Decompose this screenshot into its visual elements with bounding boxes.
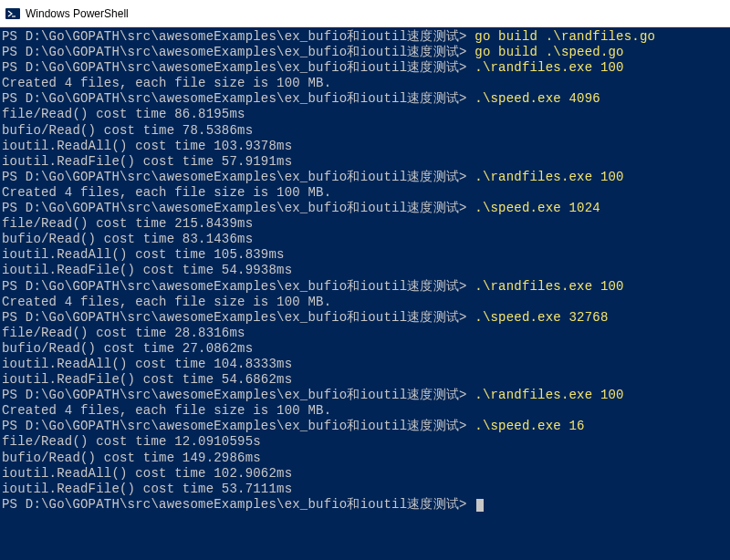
- prompt-text: PS D:\Go\GOPATH\src\awesomeExamples\ex_b…: [2, 201, 474, 215]
- terminal-command-line: PS D:\Go\GOPATH\src\awesomeExamples\ex_b…: [2, 419, 730, 434]
- output-text: file/Read() cost time 86.8195ms: [2, 107, 245, 121]
- terminal-command-line: PS D:\Go\GOPATH\src\awesomeExamples\ex_b…: [2, 60, 730, 76]
- output-text: ioutil.ReadFile() cost time 53.7111ms: [2, 482, 292, 496]
- command-text: .\speed.exe 16: [474, 419, 584, 433]
- output-text: bufio/Read() cost time 83.1436ms: [2, 232, 253, 246]
- terminal-body[interactable]: PS D:\Go\GOPATH\src\awesomeExamples\ex_b…: [0, 27, 730, 560]
- command-text: .\randfiles.exe 100: [474, 60, 623, 75]
- terminal-output-line: bufio/Read() cost time 83.1436ms: [2, 232, 730, 247]
- terminal-output-line: ioutil.ReadAll() cost time 103.9378ms: [2, 139, 730, 154]
- cursor-icon: [476, 499, 484, 512]
- prompt-text: PS D:\Go\GOPATH\src\awesomeExamples\ex_b…: [2, 60, 474, 75]
- terminal-output-line: Created 4 files, each file size is 100 M…: [2, 295, 730, 310]
- window-title: Windows PowerShell: [26, 7, 129, 20]
- output-text: Created 4 files, each file size is 100 M…: [2, 185, 331, 200]
- command-text: .\randfiles.exe 100: [474, 279, 623, 294]
- terminal-command-line: PS D:\Go\GOPATH\src\awesomeExamples\ex_b…: [2, 201, 730, 216]
- command-text: .\randfiles.exe 100: [474, 388, 623, 402]
- terminal-command-line: PS D:\Go\GOPATH\src\awesomeExamples\ex_b…: [2, 170, 730, 185]
- output-text: file/Read() cost time 215.8439ms: [2, 216, 253, 231]
- terminal-output-line: ioutil.ReadFile() cost time 54.6862ms: [2, 372, 730, 388]
- output-text: ioutil.ReadAll() cost time 103.9378ms: [2, 139, 292, 153]
- command-text: .\speed.exe 32768: [474, 310, 608, 325]
- terminal-output-line: ioutil.ReadFile() cost time 57.9191ms: [2, 154, 730, 170]
- terminal-command-line: PS D:\Go\GOPATH\src\awesomeExamples\ex_b…: [2, 29, 730, 45]
- prompt-text: PS D:\Go\GOPATH\src\awesomeExamples\ex_b…: [2, 497, 474, 512]
- terminal-command-line: PS D:\Go\GOPATH\src\awesomeExamples\ex_b…: [2, 310, 730, 326]
- output-text: ioutil.ReadFile() cost time 54.9938ms: [2, 263, 292, 277]
- terminal-output-line: Created 4 files, each file size is 100 M…: [2, 185, 730, 201]
- terminal-output-line: bufio/Read() cost time 149.2986ms: [2, 451, 730, 466]
- terminal-output-line: file/Read() cost time 215.8439ms: [2, 216, 730, 232]
- output-text: ioutil.ReadAll() cost time 105.839ms: [2, 247, 285, 262]
- terminal-output-line: ioutil.ReadFile() cost time 53.7111ms: [2, 482, 730, 497]
- prompt-text: PS D:\Go\GOPATH\src\awesomeExamples\ex_b…: [2, 170, 474, 184]
- prompt-text: PS D:\Go\GOPATH\src\awesomeExamples\ex_b…: [2, 388, 474, 402]
- terminal-output-line: ioutil.ReadAll() cost time 105.839ms: [2, 247, 730, 263]
- terminal-output-line: bufio/Read() cost time 27.0862ms: [2, 341, 730, 357]
- output-text: file/Read() cost time 28.8316ms: [2, 326, 245, 340]
- command-text: .\speed.exe 1024: [474, 201, 600, 215]
- prompt-text: PS D:\Go\GOPATH\src\awesomeExamples\ex_b…: [2, 419, 474, 433]
- prompt-text: PS D:\Go\GOPATH\src\awesomeExamples\ex_b…: [2, 310, 474, 325]
- output-text: ioutil.ReadAll() cost time 102.9062ms: [2, 466, 292, 481]
- output-text: ioutil.ReadFile() cost time 57.9191ms: [2, 154, 292, 169]
- terminal-output-line: ioutil.ReadAll() cost time 102.9062ms: [2, 466, 730, 482]
- output-text: ioutil.ReadAll() cost time 104.8333ms: [2, 357, 292, 371]
- terminal-command-line: PS D:\Go\GOPATH\src\awesomeExamples\ex_b…: [2, 388, 730, 403]
- output-text: bufio/Read() cost time 149.2986ms: [2, 451, 261, 465]
- prompt-text: PS D:\Go\GOPATH\src\awesomeExamples\ex_b…: [2, 45, 474, 59]
- terminal-prompt-line: PS D:\Go\GOPATH\src\awesomeExamples\ex_b…: [2, 497, 730, 513]
- command-text: .\randfiles.exe 100: [474, 170, 623, 184]
- terminal-output-line: file/Read() cost time 86.8195ms: [2, 107, 730, 122]
- command-text: .\speed.exe 4096: [474, 91, 600, 106]
- terminal-output-line: file/Read() cost time 28.8316ms: [2, 326, 730, 341]
- terminal-command-line: PS D:\Go\GOPATH\src\awesomeExamples\ex_b…: [2, 91, 730, 107]
- terminal-command-line: PS D:\Go\GOPATH\src\awesomeExamples\ex_b…: [2, 45, 730, 60]
- terminal-output-line: ioutil.ReadFile() cost time 54.9938ms: [2, 263, 730, 278]
- output-text: bufio/Read() cost time 78.5386ms: [2, 123, 253, 138]
- terminal-command-line: PS D:\Go\GOPATH\src\awesomeExamples\ex_b…: [2, 279, 730, 295]
- output-text: ioutil.ReadFile() cost time 54.6862ms: [2, 372, 292, 387]
- prompt-text: PS D:\Go\GOPATH\src\awesomeExamples\ex_b…: [2, 279, 474, 294]
- terminal-output-line: Created 4 files, each file size is 100 M…: [2, 403, 730, 419]
- window-title-bar[interactable]: Windows PowerShell: [0, 0, 730, 27]
- output-text: bufio/Read() cost time 27.0862ms: [2, 341, 253, 356]
- prompt-text: PS D:\Go\GOPATH\src\awesomeExamples\ex_b…: [2, 29, 474, 44]
- output-text: Created 4 files, each file size is 100 M…: [2, 76, 331, 90]
- output-text: Created 4 files, each file size is 100 M…: [2, 403, 331, 418]
- output-text: file/Read() cost time 12.0910595s: [2, 434, 261, 449]
- terminal-output-line: Created 4 files, each file size is 100 M…: [2, 76, 730, 91]
- prompt-text: PS D:\Go\GOPATH\src\awesomeExamples\ex_b…: [2, 91, 474, 106]
- terminal-output-line: bufio/Read() cost time 78.5386ms: [2, 123, 730, 139]
- command-text: go build .\randfiles.go: [474, 29, 655, 44]
- terminal-output-line: file/Read() cost time 12.0910595s: [2, 434, 730, 450]
- terminal-output-line: ioutil.ReadAll() cost time 104.8333ms: [2, 357, 730, 372]
- output-text: Created 4 files, each file size is 100 M…: [2, 295, 331, 309]
- powershell-icon: [5, 6, 20, 21]
- command-text: go build .\speed.go: [474, 45, 623, 59]
